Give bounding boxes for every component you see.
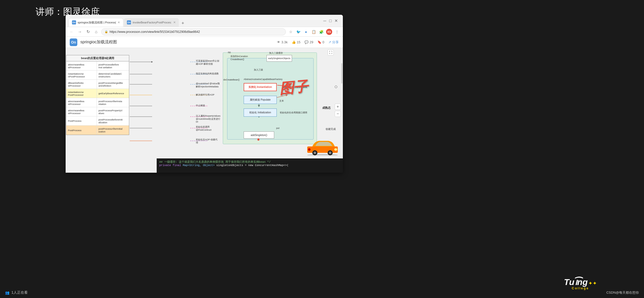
- after-init-label: 初始化后AOP-创建代理: [196, 138, 219, 144]
- zoom-out-button[interactable]: −: [335, 111, 341, 117]
- processor-row-8: PostProcess postProcessAfterInitializati…: [66, 126, 129, 135]
- bookmark-icon2: 🔖: [317, 40, 321, 44]
- zoom-controls: + −: [335, 104, 341, 117]
- svg-rect-20: [307, 146, 338, 153]
- expand-icon[interactable]: ⛶: [328, 49, 334, 56]
- comment-icon: 💬: [304, 40, 309, 44]
- proc-left-3: dBeanDefinitiostProcessor: [66, 80, 97, 89]
- viewer-icon: 👥: [5, 291, 9, 295]
- scroll-indicator[interactable]: [341, 63, 342, 84]
- tab1-icon: On: [72, 20, 76, 24]
- proc-right-4: getEarlyBeanReference: [97, 89, 129, 98]
- csdn-text: CSDN@每天都在想你: [606, 290, 639, 295]
- car-image: [305, 139, 340, 155]
- no-label: no: [228, 51, 231, 54]
- page-logo: On: [70, 38, 77, 46]
- comment-number: 29: [310, 40, 313, 44]
- before-init-label: 初始化前调用@PostContruct: [196, 126, 220, 131]
- user-avatar[interactable]: XS: [326, 29, 332, 35]
- proc-right-6: postProcessPropertyValues: [97, 107, 129, 116]
- svg-point-26: [329, 152, 331, 154]
- proc-right-2: determineCandidateConstructors: [97, 71, 129, 79]
- close-button[interactable]: ✕: [334, 19, 338, 23]
- tab-bar: On springioc加载流程图 | Process( ✕ On invoke…: [66, 15, 343, 27]
- code-comment: ##: [159, 160, 163, 164]
- inject-properties-label: 注入属性PropertyValues @AutoWired在这里进行DI: [196, 115, 221, 124]
- proc-right-3: postProcessMergedBeanDefinition: [97, 80, 129, 89]
- page-stats: 👁 3.3k 👍 15 💬 29 🔖 0 ↗ 分享: [277, 40, 339, 45]
- new-tab-button[interactable]: +: [179, 20, 186, 27]
- tab2-icon: On: [127, 20, 131, 24]
- address-bar: ← → ↻ ⌂ 🔒 https://www.processon.com/view…: [66, 27, 343, 37]
- star-icons: ✦✦: [588, 281, 597, 286]
- svg-point-22: [308, 148, 311, 151]
- browser-window: On springioc加载流程图 | Process( ✕ On invoke…: [66, 15, 343, 173]
- add-singleton-box: addSingleton(): [244, 131, 274, 139]
- bean-processor-title: bean的后置处理器9处调用: [66, 55, 129, 61]
- svg-point-27: [307, 154, 338, 155]
- proc-right-5: postProcessAfterInstantiation: [97, 98, 129, 107]
- proc-right-1: postProcessBeforeInst antiation: [97, 61, 129, 70]
- lock-icon: 🔒: [105, 30, 108, 33]
- processon-icon[interactable]: ●: [303, 29, 309, 35]
- specify-constructor-label: 指定实例化的构造函数: [196, 72, 219, 75]
- forward-button[interactable]: →: [77, 29, 83, 35]
- tab-invokebeanfactory[interactable]: On invokeBeanFactoryPostProces: ✕: [124, 18, 179, 27]
- do-create-bean-label: doCreateBean(): [223, 78, 240, 81]
- proc-left-2: nstantiationAwnPostProcessor: [66, 71, 97, 79]
- tuying-logo: Tu ı͡ng ✦✦ College: [563, 274, 598, 294]
- processor-row-1: ationAwareBeastProcessor postProcessBefo…: [66, 61, 129, 71]
- populate-box: 属性赋值 Populate: [244, 96, 277, 104]
- processor-row-3: dBeanDefinitiostProcessor postProcessMer…: [66, 80, 129, 89]
- code-block: ## 一级缓存: 这个就是我们大名鼎鼎的单例缓存池 用于保存我们所有的单实例be…: [157, 158, 343, 173]
- home-button[interactable]: ⌂: [93, 29, 99, 35]
- page-title: springioc加载流程图: [80, 39, 117, 45]
- comment-count[interactable]: 💬 29: [304, 40, 313, 44]
- add-to-creation-label: 添加到InCerationCreateBean(): [230, 55, 248, 61]
- minimize-button[interactable]: ─: [323, 19, 327, 23]
- processor-row-5: ationAwareBeastProcessor postProcessAfte…: [66, 98, 129, 107]
- like-count[interactable]: 👍 15: [292, 40, 300, 44]
- refresh-button[interactable]: ↻: [85, 29, 91, 35]
- zoom-in-button[interactable]: +: [335, 104, 341, 110]
- college-text: College: [572, 286, 589, 290]
- url-bar[interactable]: 🔒 https://www.processon.com/view/link/5f…: [101, 28, 286, 35]
- code-comment-text: 一级缓存: 这个就是我们大名鼎鼎的单例缓存池 用于保存我们所有的单实例bean …: [164, 160, 271, 164]
- private-keyword: private final: [159, 164, 183, 167]
- early-singleton-box: earlySingletonObjects: [267, 55, 292, 62]
- proc-left-7: PostProcess: [66, 116, 97, 125]
- favorite-count[interactable]: 🔖 0: [317, 40, 324, 44]
- can-return-label: 可直接返回bean停止创建AOP-解析切面: [196, 60, 220, 65]
- proc-left-6: ationAwareBeastProcessor: [66, 107, 97, 116]
- page-content: On springioc加载流程图 👁 3.3k 👍 15 💬 29 🔖 0: [66, 37, 343, 173]
- proc-left-8: PostProcess: [66, 126, 97, 135]
- extension-icon[interactable]: 🧩: [318, 29, 324, 35]
- maximize-button[interactable]: □: [329, 19, 332, 23]
- processor-row-4: nstantiationAwPostProcessor getEarlyBean…: [66, 89, 129, 98]
- like-number: 15: [297, 40, 300, 44]
- tab2-close[interactable]: ✕: [173, 21, 176, 24]
- tuying-name-row: Tu ı͡ng ✦✦: [564, 278, 597, 286]
- diagram-area[interactable]: bean的后置处理器9处调用 ationAwareBeastProcessor …: [66, 48, 343, 173]
- eye-icon: 👁: [277, 40, 280, 44]
- twitter-icon[interactable]: 🐦: [296, 29, 301, 35]
- back-button[interactable]: ←: [69, 29, 75, 35]
- copy-icon[interactable]: 📋: [311, 29, 316, 35]
- window-controls: ─ □ ✕: [323, 19, 338, 23]
- proc-right-8: postProcessAfterInitialization: [97, 126, 129, 135]
- instructor-label: 讲师：图灵徐庶: [36, 6, 100, 18]
- bookmark-icon[interactable]: ☆: [288, 29, 294, 35]
- set-values-label: 中止赋值: [196, 104, 205, 107]
- tu-text: Tu: [564, 278, 574, 286]
- processor-row-2: nstantiationAwnPostProcessor determineCa…: [66, 71, 129, 80]
- share-button[interactable]: ↗ 分享: [328, 40, 339, 45]
- right-connector-circle: [335, 86, 337, 88]
- tab1-close[interactable]: ✕: [118, 21, 120, 24]
- proc-left-4: nstantiationAwPostProcessor: [66, 89, 97, 98]
- viewer-count: 👥 1人正在看: [5, 290, 28, 295]
- red-dot-connector: [257, 139, 259, 141]
- menu-icon[interactable]: ⋮: [334, 29, 340, 35]
- share-label: 分享: [332, 40, 339, 45]
- instantiation-box: 实例化 Instantiation: [244, 83, 277, 91]
- tab-springioc[interactable]: On springioc加载流程图 | Process( ✕: [69, 18, 123, 27]
